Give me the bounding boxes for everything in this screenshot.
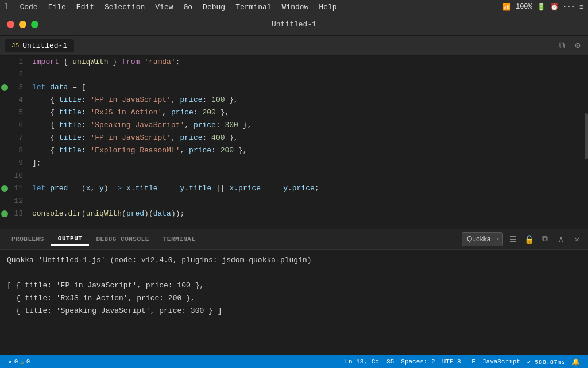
output-source-select[interactable]: Quokka [462, 232, 503, 246]
panel-tab-actions: Quokka ☰ 🔒 ⧉ ∧ ✕ [462, 232, 583, 246]
lock-button[interactable]: 🔒 [523, 233, 535, 246]
tab-problems[interactable]: PROBLEMS [5, 233, 51, 245]
menu-item-debug[interactable]: Debug [198, 2, 230, 13]
status-encoding[interactable]: UTF-8 [439, 358, 465, 365]
line-number-6: 6 [0, 119, 28, 132]
line-number-7: 7 [0, 132, 28, 144]
more-actions-button[interactable]: ⊙ [572, 40, 583, 51]
split-editor-button[interactable]: ⧉ [556, 40, 567, 51]
debug-dot-11 [1, 185, 8, 192]
panel-output-content: Quokka 'Untitled-1.js' (node: v12.4.0, p… [0, 250, 588, 355]
code-line-3: let data = [ [32, 81, 581, 94]
code-line-9: ]; [32, 157, 581, 170]
tab-output[interactable]: OUTPUT [51, 233, 90, 246]
apple-icon:  [5, 2, 9, 12]
line-number-5: 5 [0, 106, 28, 119]
tab-actions: ⧉ ⊙ [556, 40, 583, 51]
close-panel-button[interactable]: ✕ [571, 233, 583, 246]
line-number-13: 13 [0, 208, 28, 220]
tab-debug-console[interactable]: DEBUG CONSOLE [89, 233, 156, 245]
status-language[interactable]: JavaScript [479, 358, 524, 365]
scrollbar-thumb[interactable] [585, 113, 588, 159]
minimize-button[interactable] [19, 21, 26, 28]
language-text: JavaScript [482, 358, 520, 365]
line-number-3: 3 [0, 81, 28, 94]
line-number-2: 2 [0, 68, 28, 81]
code-line-10 [32, 170, 581, 182]
line-number-12: 12 [0, 195, 28, 208]
window-title: Untitled-1 [272, 20, 316, 29]
code-line-4: { title: 'FP in JavaScript', price: 100 … [32, 94, 581, 106]
menu-item-terminal[interactable]: Terminal [231, 2, 276, 13]
code-line-6: { title: 'Speaking JavaScript', price: 3… [32, 119, 581, 132]
wifi-icon: 📶 [502, 3, 511, 12]
panel-tab-bar: PROBLEMS OUTPUT DEBUG CONSOLE TERMINAL Q… [0, 229, 588, 250]
position-text: Ln 13, Col 35 [345, 358, 394, 365]
debug-dot-3 [1, 84, 8, 91]
menu-item-edit[interactable]: Edit [72, 2, 99, 13]
output-line-1: Quokka 'Untitled-1.js' (node: v12.4.0, p… [7, 254, 581, 267]
menu-item-help[interactable]: Help [314, 2, 341, 13]
menu-bar:  Code File Edit Selection View Go Debug… [0, 0, 588, 14]
code-editor[interactable]: import { uniqWith } from 'ramda'; let da… [28, 56, 581, 229]
tab-file-icon: JS [11, 42, 19, 49]
collapse-up-button[interactable]: ∧ [555, 233, 567, 246]
tab-terminal[interactable]: TERMINAL [156, 233, 203, 245]
bell-icon: 🔔 [572, 358, 580, 366]
menu-item-selection[interactable]: Selection [100, 2, 149, 13]
menu-item-window[interactable]: Window [277, 2, 314, 13]
editor-tab[interactable]: JS Untitled-1 [5, 39, 74, 52]
menu-item-go[interactable]: Go [179, 2, 198, 13]
title-bar: Untitled-1 [0, 14, 588, 36]
traffic-lights [7, 21, 38, 28]
warning-icon: ⚠ [20, 358, 24, 366]
encoding-text: UTF-8 [442, 358, 461, 365]
menu-extra-icons: ⏰ ··· ≡ [550, 3, 583, 12]
maximize-button[interactable] [31, 21, 38, 28]
clear-output-button[interactable]: ☰ [506, 233, 519, 246]
code-line-12 [32, 195, 581, 208]
battery-indicator: 100% [516, 3, 532, 11]
debug-dot-13 [1, 210, 8, 217]
output-line-4: { title: 'RxJS in Action', price: 200 }, [7, 292, 581, 305]
battery-icon: 🔋 [537, 3, 546, 12]
code-line-1: import { uniqWith } from 'ramda'; [32, 56, 581, 68]
status-timing[interactable]: ✔ 588.87ms [524, 358, 568, 366]
output-line-2 [7, 267, 581, 279]
warning-count: 0 [26, 358, 30, 365]
menu-item-code[interactable]: Code [15, 2, 42, 13]
output-source-select-wrapper: Quokka [462, 232, 503, 246]
status-right: Ln 13, Col 35 Spaces: 2 UTF-8 LF JavaScr… [341, 358, 583, 366]
line-number-1: 1 [0, 56, 28, 68]
tab-label: Untitled-1 [22, 41, 67, 50]
line-ending-text: LF [468, 358, 475, 365]
line-number-11: 11 [0, 182, 28, 195]
status-bar: ✕ 0 ⚠ 0 Ln 13, Col 35 Spaces: 2 UTF-8 LF… [0, 355, 588, 368]
status-line-ending[interactable]: LF [465, 358, 479, 365]
code-line-2 [32, 68, 581, 81]
timing-text: ✔ 588.87ms [527, 358, 565, 366]
menu-right: 📶 100% 🔋 ⏰ ··· ≡ [502, 3, 583, 12]
spaces-text: Spaces: 2 [401, 358, 435, 365]
line-number-9: 9 [0, 157, 28, 170]
error-count: 0 [14, 358, 18, 365]
menu-item-view[interactable]: View [150, 2, 177, 13]
code-line-5: { title: 'RxJS in Action', price: 200 }, [32, 106, 581, 119]
status-bell[interactable]: 🔔 [568, 358, 583, 366]
line-number-4: 4 [0, 94, 28, 106]
editor-area: 1 2 3 4 5 6 7 8 9 10 11 12 13 import { u… [0, 56, 588, 229]
status-position[interactable]: Ln 13, Col 35 [341, 358, 397, 365]
tab-bar: JS Untitled-1 ⧉ ⊙ [0, 36, 588, 56]
copy-button[interactable]: ⧉ [539, 233, 551, 246]
menu-item-file[interactable]: File [44, 2, 71, 13]
code-line-13: console.dir(uniqWith(pred)(data)); [32, 208, 581, 220]
close-button[interactable] [7, 21, 14, 28]
status-spaces[interactable]: Spaces: 2 [397, 358, 438, 365]
line-number-8: 8 [0, 144, 28, 157]
status-errors[interactable]: ✕ 0 ⚠ 0 [5, 355, 33, 368]
line-numbers: 1 2 3 4 5 6 7 8 9 10 11 12 13 [0, 56, 28, 229]
line-number-10: 10 [0, 170, 28, 182]
code-line-7: { title: 'FP in JavaScript', price: 400 … [32, 132, 581, 144]
editor-scrollbar[interactable] [581, 56, 588, 229]
bottom-panel: PROBLEMS OUTPUT DEBUG CONSOLE TERMINAL Q… [0, 229, 588, 355]
